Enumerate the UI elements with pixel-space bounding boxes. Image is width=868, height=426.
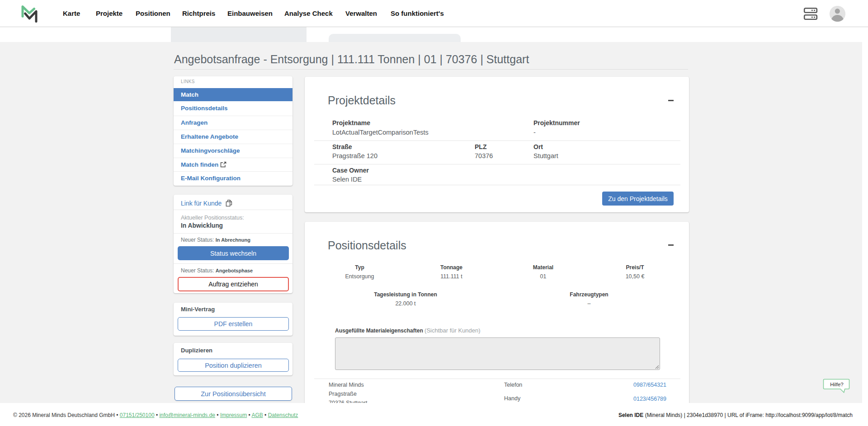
svg-text:Hilfe?: Hilfe?	[830, 382, 843, 387]
